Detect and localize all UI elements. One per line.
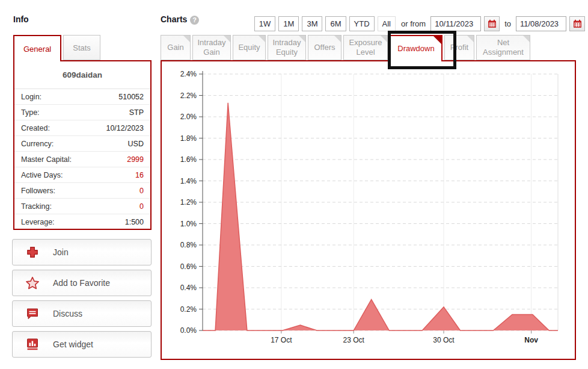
discuss-icon <box>25 306 40 321</box>
svg-text:0.6%: 0.6% <box>180 262 197 271</box>
info-row: Master Capital:2999 <box>14 152 150 167</box>
to-date-input[interactable] <box>516 16 566 31</box>
calendar-icon <box>488 19 497 28</box>
svg-text:2.2%: 2.2% <box>180 91 197 100</box>
calendar-icon <box>573 19 582 28</box>
svg-text:Nov: Nov <box>524 336 538 344</box>
info-tab-general[interactable]: General <box>13 35 61 61</box>
drawdown-chart-container: 17 Oct23 Oct30 OctNov2.4%2.2%2.0%1.8%1.6… <box>161 60 576 360</box>
tab-intraday-equity[interactable]: Intraday Equity <box>268 35 306 60</box>
info-row-label: Created: <box>21 124 50 132</box>
chart-tabs: GainIntraday GainEquityIntraday EquityOf… <box>161 35 530 61</box>
action-button-label: Get widget <box>53 340 93 349</box>
action-button-label: Add to Favorite <box>53 278 110 288</box>
range-button-1w[interactable]: 1W <box>254 16 276 31</box>
range-button-3m[interactable]: 3M <box>302 16 322 31</box>
to-label: to <box>504 19 511 28</box>
widget-icon <box>25 337 40 352</box>
svg-text:1.2%: 1.2% <box>180 198 197 206</box>
range-button-6m[interactable]: 6M <box>325 16 346 31</box>
drawdown-chart: 17 Oct23 Oct30 OctNov2.4%2.2%2.0%1.8%1.6… <box>162 61 575 359</box>
svg-text:2.0%: 2.0% <box>180 113 197 121</box>
svg-text:1.8%: 1.8% <box>180 134 197 143</box>
tab-equity[interactable]: Equity <box>233 35 266 60</box>
action-buttons: JoinAdd to FavoriteDiscussGet widget <box>12 239 152 358</box>
info-row-label: Currency: <box>21 140 54 148</box>
info-row-value: 510052 <box>118 93 144 101</box>
info-tabs: GeneralStats <box>13 35 100 61</box>
info-row: Followers:0 <box>14 183 150 199</box>
info-row-value: USD <box>128 140 144 148</box>
range-button-ytd[interactable]: YTD <box>349 16 375 31</box>
info-row: Type:STP <box>14 105 150 120</box>
chart-range-controls: 1W1M3M6MYTDAll or from to <box>254 16 585 31</box>
info-row: Login:510052 <box>14 89 150 105</box>
account-name: 609daidan <box>14 61 150 89</box>
or-from-label: or from <box>401 19 426 28</box>
range-button-all[interactable]: All <box>378 16 396 31</box>
info-rows: Login:510052Type:STPCreated:10/12/2023Cu… <box>14 89 150 229</box>
info-row-label: Type: <box>21 108 40 117</box>
range-button-1m[interactable]: 1M <box>278 16 299 31</box>
info-row-value: STP <box>129 108 144 117</box>
range-buttons: 1W1M3M6MYTDAll <box>254 16 396 31</box>
info-row: Created:10/12/2023 <box>14 120 150 136</box>
tab-exposure-level[interactable]: Exposure Level <box>343 35 388 60</box>
svg-text:0.4%: 0.4% <box>180 284 197 292</box>
from-calendar-button[interactable] <box>484 16 500 31</box>
svg-text:1.6%: 1.6% <box>180 155 197 164</box>
info-row-value: 16 <box>135 171 144 179</box>
svg-text:0.8%: 0.8% <box>180 241 197 249</box>
action-button-label: Discuss <box>53 309 82 318</box>
join-button[interactable]: Join <box>12 239 152 265</box>
tab-gain[interactable]: Gain <box>161 35 191 60</box>
info-row-value: 0 <box>139 187 144 195</box>
plus-icon <box>25 245 40 259</box>
svg-text:1.4%: 1.4% <box>180 177 197 185</box>
svg-text:0.0%: 0.0% <box>180 326 197 335</box>
info-row-label: Leverage: <box>21 218 55 226</box>
info-row: Tracking:0 <box>14 199 150 214</box>
action-button-label: Join <box>53 247 69 257</box>
info-row-value: 1:500 <box>125 218 144 226</box>
svg-text:2.4%: 2.4% <box>180 70 197 78</box>
info-row-label: Tracking: <box>21 202 52 211</box>
svg-text:30 Oct: 30 Oct <box>433 336 455 344</box>
star-icon <box>25 276 40 290</box>
discuss-button[interactable]: Discuss <box>12 300 152 327</box>
to-calendar-button[interactable] <box>569 16 585 31</box>
info-row-label: Master Capital: <box>21 155 72 164</box>
tab-net-assignment[interactable]: Net Assignment <box>476 35 530 60</box>
info-row: Active Days:16 <box>14 167 150 183</box>
info-section-heading: Info <box>13 14 29 24</box>
info-row: Currency:USD <box>14 136 150 152</box>
add-to-favorite-button[interactable]: Add to Favorite <box>12 270 152 296</box>
svg-text:23 Oct: 23 Oct <box>343 336 364 344</box>
info-row-label: Login: <box>21 93 41 101</box>
tab-drawdown[interactable]: Drawdown <box>390 35 443 61</box>
from-date-input[interactable] <box>430 16 481 31</box>
svg-text:0.2%: 0.2% <box>180 305 197 314</box>
info-row-label: Followers: <box>21 187 55 195</box>
svg-text:17 Oct: 17 Oct <box>271 336 292 344</box>
info-row-value: 2999 <box>127 155 144 164</box>
tab-offers[interactable]: Offers <box>308 35 341 60</box>
get-widget-button[interactable]: Get widget <box>12 331 152 358</box>
info-row-value: 10/12/2023 <box>106 124 144 132</box>
info-tab-stats[interactable]: Stats <box>63 35 100 60</box>
info-box: 609daidan Login:510052Type:STPCreated:10… <box>13 60 152 230</box>
info-row-label: Active Days: <box>21 171 63 179</box>
charts-section-heading: Charts <box>161 14 187 24</box>
info-row-value: 0 <box>139 202 144 211</box>
svg-text:1.0%: 1.0% <box>180 220 197 228</box>
tab-intraday-gain[interactable]: Intraday Gain <box>192 35 231 60</box>
tab-profit[interactable]: Profit <box>444 35 474 60</box>
help-icon[interactable]: ? <box>190 16 199 25</box>
info-row: Leverage:1:500 <box>14 214 150 229</box>
